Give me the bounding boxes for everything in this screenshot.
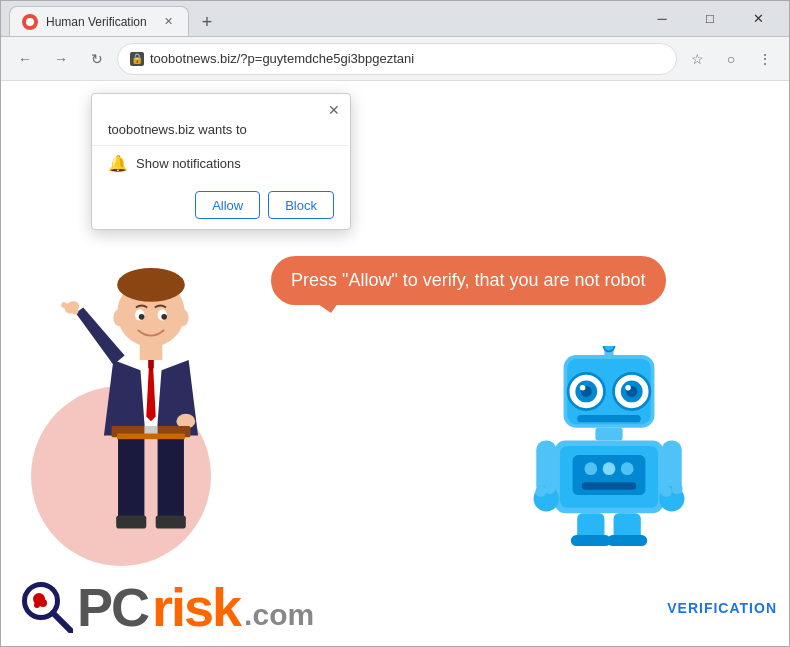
popup-header: ✕ — [92, 94, 350, 120]
person-svg — [51, 266, 251, 586]
pcrisk-com-text: .com — [244, 600, 314, 630]
close-window-button[interactable]: ✕ — [735, 4, 781, 34]
svg-rect-11 — [156, 515, 186, 528]
popup-title: toobotnews.biz wants to — [92, 120, 350, 145]
window-controls-right: ─ □ ✕ — [639, 4, 781, 34]
address-bar[interactable]: toobotnews.biz/?p=guytemdche5gi3bpgeztan… — [117, 43, 677, 75]
svg-rect-50 — [571, 535, 611, 546]
bookmark-button[interactable]: ☆ — [681, 43, 713, 75]
secure-icon — [130, 52, 144, 66]
notification-item-label: Show notifications — [136, 156, 241, 171]
tab-close-button[interactable]: ✕ — [160, 14, 176, 30]
bell-icon: 🔔 — [108, 154, 128, 173]
svg-point-46 — [661, 486, 672, 497]
svg-point-55 — [39, 599, 47, 607]
forward-button[interactable]: → — [45, 43, 77, 75]
svg-rect-2 — [140, 343, 163, 360]
svg-point-36 — [584, 462, 597, 475]
svg-point-13 — [177, 309, 188, 326]
menu-button[interactable]: ⋮ — [749, 43, 781, 75]
block-button[interactable]: Block — [268, 191, 334, 219]
svg-point-17 — [161, 314, 167, 320]
svg-point-30 — [604, 346, 615, 351]
minimize-button[interactable]: ─ — [639, 4, 685, 34]
pcrisk-logo: PCrisk.com — [21, 580, 314, 634]
svg-rect-9 — [116, 515, 146, 528]
svg-rect-10 — [158, 435, 184, 520]
svg-point-28 — [625, 385, 630, 390]
nav-right: ☆ ○ ⋮ — [681, 43, 781, 75]
svg-rect-8 — [118, 435, 144, 520]
svg-point-1 — [117, 268, 185, 302]
popup-notification-item: 🔔 Show notifications — [92, 145, 350, 181]
url-text: toobotnews.biz/?p=guytemdche5gi3bpgeztan… — [150, 51, 664, 66]
browser-window: Human Verification ✕ + ─ □ ✕ ← → ↻ toobo… — [0, 0, 790, 647]
svg-rect-39 — [582, 482, 637, 489]
svg-rect-51 — [607, 535, 647, 546]
new-tab-button[interactable]: + — [193, 8, 221, 36]
robot-svg — [529, 346, 689, 546]
svg-rect-32 — [595, 428, 622, 441]
person-figure — [51, 266, 251, 586]
pcrisk-risk-text: risk — [152, 580, 240, 634]
notification-popup: ✕ toobotnews.biz wants to 🔔 Show notific… — [91, 93, 351, 230]
page-content: ✕ toobotnews.biz wants to 🔔 Show notific… — [1, 81, 789, 646]
svg-point-47 — [672, 483, 683, 494]
tab-favicon — [22, 14, 38, 30]
svg-point-12 — [113, 309, 124, 326]
popup-close-button[interactable]: ✕ — [324, 100, 344, 120]
active-tab[interactable]: Human Verification ✕ — [9, 6, 189, 36]
reload-button[interactable]: ↻ — [81, 43, 113, 75]
profile-button[interactable]: ○ — [715, 43, 747, 75]
title-bar: Human Verification ✕ + ─ □ ✕ — [1, 1, 789, 37]
pcrisk-magnifier-icon — [21, 581, 73, 633]
popup-buttons: Allow Block — [92, 181, 350, 229]
nav-bar: ← → ↻ toobotnews.biz/?p=guytemdche5gi3bp… — [1, 37, 789, 81]
pcrisk-pc-text: PC — [77, 580, 148, 634]
svg-point-56 — [34, 602, 40, 608]
svg-rect-31 — [577, 415, 641, 422]
svg-point-37 — [603, 462, 616, 475]
svg-point-27 — [580, 385, 585, 390]
tab-title: Human Verification — [46, 15, 152, 29]
svg-point-43 — [544, 483, 555, 494]
svg-point-38 — [621, 462, 634, 475]
allow-button[interactable]: Allow — [195, 191, 260, 219]
verification-badge: VERIFICATION — [667, 600, 777, 616]
tab-bar: Human Verification ✕ + — [9, 1, 639, 36]
robot-figure — [529, 346, 689, 546]
maximize-button[interactable]: □ — [687, 4, 733, 34]
back-button[interactable]: ← — [9, 43, 41, 75]
svg-rect-18 — [117, 434, 185, 440]
svg-line-57 — [53, 613, 71, 631]
speech-bubble: Press "Allow" to verify, that you are no… — [271, 256, 666, 305]
svg-point-16 — [139, 314, 145, 320]
